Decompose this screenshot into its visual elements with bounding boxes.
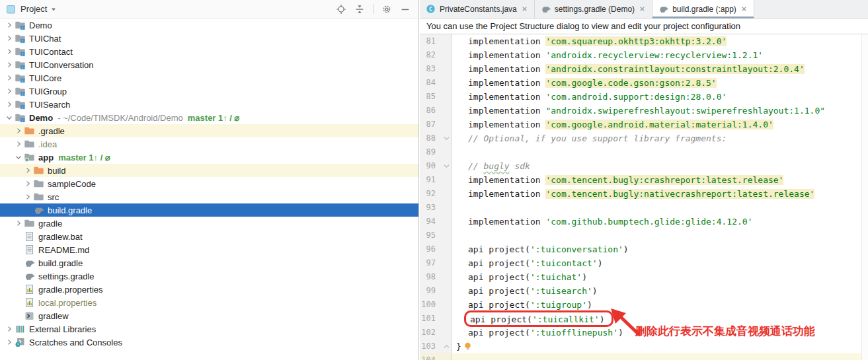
code-text: implementation "androidx.swiperefreshlay… [452, 104, 825, 118]
settings-icon[interactable] [381, 4, 392, 15]
fold-marker-icon[interactable] [443, 162, 452, 170]
tree-row-scratches-and-consoles[interactable]: Scratches and Consoles [0, 336, 418, 349]
code-line-91[interactable]: 91implementation 'com.tencent.bugly:cras… [420, 173, 868, 187]
tree-row-tuicore[interactable]: TUICore [0, 71, 418, 85]
code-line-99[interactable]: 99api project(':tuisearch') [420, 284, 868, 298]
tree-row-build.gradle[interactable]: build.gradle [0, 203, 418, 217]
chevron-expanded-icon[interactable] [4, 112, 15, 123]
code-line-93[interactable]: 93 [420, 201, 868, 215]
code-line-97[interactable]: 97api project(':tuicontact') [420, 256, 868, 270]
tree-row-demo[interactable]: Demo [0, 18, 418, 32]
tree-row-tuichat[interactable]: TUIChat [0, 32, 418, 45]
code-line-95[interactable]: 95 [420, 229, 868, 242]
tree-row-settings.gradle[interactable]: settings.gradle [0, 270, 418, 283]
tree-row-src[interactable]: src [0, 190, 418, 203]
code-line-88[interactable]: 88// Optional, if you use support librar… [420, 131, 868, 145]
fold-marker-icon[interactable] [443, 343, 452, 350]
chevron-down-icon[interactable] [50, 4, 57, 15]
tree-row-external-libraries[interactable]: External Libraries [0, 322, 418, 336]
chevron-spacer [13, 231, 24, 242]
chevron-collapsed-icon[interactable] [4, 59, 15, 70]
tree-row-app[interactable]: appmaster 1↑ / ⌀ [0, 151, 418, 164]
code-text: implementation 'com.squareup.okhttp3:okh… [452, 34, 727, 48]
tree-row-tuicontact[interactable]: TUIContact [0, 45, 418, 58]
tree-row-gradle.properties[interactable]: gradle.properties [0, 283, 418, 296]
chevron-collapsed-icon[interactable] [13, 218, 24, 229]
tree-row-gradlew[interactable]: gradlew [0, 309, 418, 322]
code-line-89[interactable]: 89 [420, 145, 868, 159]
tree-item-label: local.properties [38, 298, 97, 308]
editor[interactable]: 81implementation 'com.squareup.okhttp3:o… [420, 34, 868, 360]
chevron-collapsed-icon[interactable] [4, 86, 15, 96]
code-line-86[interactable]: 86implementation "androidx.swiperefreshl… [420, 104, 868, 118]
tree-row-gradlew.bat[interactable]: gradlew.bat [0, 230, 418, 243]
code-line-83[interactable]: 83implementation 'androidx.constraintlay… [420, 62, 868, 76]
code-line-94[interactable]: 94implementation 'com.github.bumptech.gl… [420, 215, 868, 229]
tree-row-gradle[interactable]: gradle [0, 217, 418, 230]
line-number: 89 [420, 145, 436, 159]
code-text: implementation 'androidx.constraintlayou… [452, 62, 805, 76]
tree-item-label: app [38, 153, 54, 162]
tab-privateconstants.java[interactable]: CPrivateConstants.java [420, 0, 535, 18]
module-folder-icon [15, 86, 26, 96]
file-properties-icon [24, 284, 35, 295]
chevron-collapsed-icon[interactable] [4, 33, 15, 44]
hide-icon[interactable] [400, 4, 411, 15]
project-panel-title[interactable]: Project [20, 4, 47, 14]
tab-close-icon[interactable] [639, 5, 646, 13]
chevron-collapsed-icon[interactable] [22, 192, 33, 202]
tab-close-icon[interactable] [521, 5, 528, 13]
code-line-92[interactable]: 92implementation 'com.tencent.bugly:nati… [420, 187, 868, 201]
chevron-expanded-icon[interactable] [13, 152, 24, 162]
chevron-collapsed-icon[interactable] [4, 20, 15, 30]
chevron-collapsed-icon[interactable] [4, 99, 15, 110]
chevron-collapsed-icon[interactable] [4, 324, 15, 334]
code-line-82[interactable]: 82implementation 'androidx.recyclerview:… [420, 48, 868, 62]
project-tool-window-icon [5, 4, 17, 15]
code-line-81[interactable]: 81implementation 'com.squareup.okhttp3:o… [420, 34, 868, 48]
code-text: api project(':tuigroup') [452, 298, 592, 312]
intention-bulb-icon[interactable] [463, 341, 472, 350]
tab-close-icon[interactable] [740, 5, 748, 13]
tree-row-tuigroup[interactable]: TUIGroup [0, 85, 418, 98]
editor-gutter: 83 [420, 62, 452, 76]
tree-row-samplecode[interactable]: sampleCode [0, 177, 418, 190]
locate-icon[interactable] [336, 4, 346, 15]
chevron-collapsed-icon[interactable] [22, 165, 33, 176]
collapse-all-icon[interactable] [354, 4, 365, 15]
file-properties-icon [24, 297, 35, 308]
tree-row-readme.md[interactable]: README.md [0, 243, 418, 256]
tab-build.gradle-app-[interactable]: build.gradle (:app) [652, 0, 754, 18]
code-line-98[interactable]: 98api project(':tuichat') [420, 270, 868, 284]
chevron-collapsed-icon[interactable] [4, 337, 15, 347]
code-line-90[interactable]: 90// bugly sdk [420, 159, 868, 173]
tab-label: PrivateConstants.java [440, 5, 517, 14]
code-line-84[interactable]: 84implementation 'com.google.code.gson:g… [420, 76, 868, 90]
code-line-96[interactable]: 96api project(':tuiconversation') [420, 242, 868, 256]
tree-row-local.properties[interactable]: local.properties [0, 296, 418, 309]
editor-gutter: 86 [420, 104, 452, 118]
tree-row-build.gradle[interactable]: build.gradle [0, 256, 418, 270]
code-line-87[interactable]: 87implementation 'com.google.android.mat… [420, 118, 868, 131]
code-line-103[interactable]: 103} [420, 340, 868, 353]
tree-row-.idea[interactable]: .idea [0, 137, 418, 151]
chevron-collapsed-icon[interactable] [13, 126, 24, 136]
tree-row-build[interactable]: build [0, 164, 418, 177]
editor-gutter: 102 [420, 326, 452, 340]
tree-row-tuiconversation[interactable]: TUIConversation [0, 58, 418, 71]
fold-marker-icon[interactable] [443, 135, 452, 142]
tree-row-demo[interactable]: Demo- ~/Code/TIMSDK/Android/Demomaster 1… [0, 111, 418, 124]
tree-row-tuisearch[interactable]: TUISearch [0, 98, 418, 111]
tree-item-label: gradle.properties [38, 285, 103, 295]
tab-settings.gradle-demo-[interactable]: settings.gradle (Demo) [535, 0, 652, 18]
chevron-collapsed-icon[interactable] [4, 73, 15, 83]
code-line-85[interactable]: 85implementation 'com.android.support:de… [420, 90, 868, 104]
tree-row-.gradle[interactable]: .gradle [0, 124, 418, 137]
line-number: 97 [420, 256, 436, 270]
code-line-104[interactable]: 104 [420, 353, 868, 360]
chevron-collapsed-icon[interactable] [22, 178, 33, 189]
chevron-collapsed-icon[interactable] [4, 46, 15, 57]
chevron-collapsed-icon[interactable] [13, 139, 24, 149]
class-icon: C [426, 4, 436, 14]
editor-scrollbar[interactable] [861, 34, 868, 360]
